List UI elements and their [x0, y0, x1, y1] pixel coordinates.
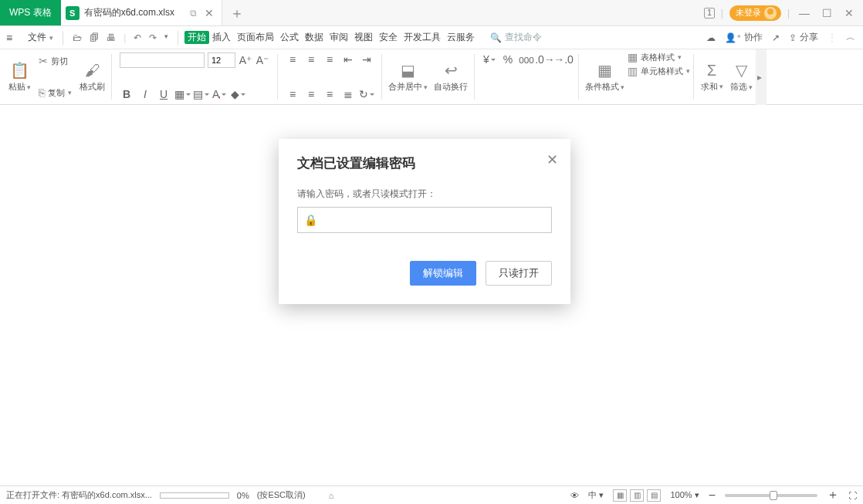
readonly-open-button[interactable]: 只读打开: [486, 261, 552, 286]
cut-button[interactable]: ✂剪切: [39, 52, 72, 69]
app-brand: WPS 表格: [0, 0, 61, 25]
dialog-title: 文档已设置编辑密码: [297, 154, 552, 172]
share-button[interactable]: ⇪分享: [789, 31, 818, 44]
dialog-close-button[interactable]: ✕: [547, 151, 558, 168]
justify-icon[interactable]: ≣: [341, 87, 355, 101]
undo-icon[interactable]: ↶: [134, 32, 141, 43]
record-icon[interactable]: ⌂: [329, 491, 334, 500]
lock-icon: 🔒: [304, 214, 317, 226]
paste-button[interactable]: 📋粘贴▾: [5, 49, 34, 104]
font-color-button[interactable]: A: [212, 87, 226, 101]
cloud-sync-icon[interactable]: ☁: [706, 32, 716, 43]
view-page-icon[interactable]: ▥: [630, 489, 644, 502]
align-middle-icon[interactable]: ≡: [304, 52, 318, 66]
zoom-in-button[interactable]: ＋: [827, 487, 839, 503]
tab-data[interactable]: 数据: [302, 31, 327, 44]
ribbon-expand-icon[interactable]: ▸: [756, 49, 767, 105]
zoom-out-button[interactable]: −: [709, 489, 716, 502]
fullscreen-icon[interactable]: ⛶: [848, 491, 857, 500]
zoom-slider[interactable]: [725, 494, 817, 497]
spreadsheet-icon: S: [66, 6, 80, 20]
percent-button[interactable]: %: [501, 52, 515, 66]
zoom-percent[interactable]: 100% ▾: [670, 490, 699, 500]
esc-hint: (按ESC取消): [257, 489, 306, 501]
close-window-button[interactable]: ✕: [841, 7, 857, 19]
table-style-button[interactable]: ▦表格样式▾: [628, 51, 690, 63]
cell-fill-button[interactable]: ▤: [194, 87, 208, 101]
open-icon[interactable]: 🗁: [73, 32, 82, 43]
indent-right-icon[interactable]: ⇥: [360, 52, 374, 66]
increase-font-icon[interactable]: A⁺: [239, 53, 252, 67]
ribbon-tabs: 开始 插入 页面布局 公式 数据 审阅 视图 安全 开发工具 云服务: [184, 31, 478, 44]
hamburger-icon[interactable]: ≡: [0, 32, 19, 44]
cell-style-button[interactable]: ▥单元格样式▾: [628, 65, 690, 77]
conditional-format-button[interactable]: ▦条件格式▾: [582, 49, 628, 104]
tab-start[interactable]: 开始: [184, 31, 209, 44]
minimize-button[interactable]: —: [796, 7, 813, 19]
align-right-icon[interactable]: ≡: [323, 87, 337, 101]
password-field-wrapper: 🔒: [297, 207, 552, 233]
progress-percent: 0%: [237, 491, 249, 500]
highlight-button[interactable]: ◆: [231, 87, 245, 101]
tab-layout[interactable]: 页面布局: [234, 31, 277, 44]
tab-review[interactable]: 审阅: [327, 31, 351, 44]
eye-icon[interactable]: 👁: [570, 491, 579, 500]
view-break-icon[interactable]: ▤: [647, 489, 661, 502]
avatar-icon: [764, 7, 777, 19]
ime-icon[interactable]: 中 ▾: [588, 489, 604, 501]
bold-button[interactable]: B: [120, 87, 134, 101]
tab-formula[interactable]: 公式: [277, 31, 302, 44]
file-menu[interactable]: 文件▾: [25, 31, 56, 44]
align-left-icon[interactable]: ≡: [286, 87, 300, 101]
format-painter-button[interactable]: 🖌格式刷: [76, 49, 108, 104]
align-center-icon[interactable]: ≡: [304, 87, 318, 101]
view-normal-icon[interactable]: ▦: [613, 489, 627, 502]
workspace: ✕ 文档已设置编辑密码 请输入密码，或者只读模式打开： 🔒 解锁编辑 只读打开: [0, 105, 863, 485]
unlock-edit-button[interactable]: 解锁编辑: [410, 261, 476, 286]
redo-icon[interactable]: ↷: [149, 32, 157, 43]
collapse-ribbon-icon[interactable]: ︿: [846, 31, 855, 44]
tab-view[interactable]: 视图: [351, 31, 376, 44]
maximize-button[interactable]: ☐: [819, 7, 835, 19]
align-top-icon[interactable]: ≡: [286, 52, 300, 66]
indent-left-icon[interactable]: ⇤: [341, 52, 355, 66]
tab-dev[interactable]: 开发工具: [401, 31, 444, 44]
document-tab-name: 有密码的x6d.com.xlsx: [84, 6, 174, 19]
italic-button[interactable]: I: [138, 87, 152, 101]
tab-security[interactable]: 安全: [376, 31, 401, 44]
wrap-text-button[interactable]: ↩自动换行: [431, 49, 471, 104]
pin-icon[interactable]: ⧉: [190, 8, 197, 19]
collab-button[interactable]: 👤⁺协作: [725, 31, 763, 44]
filter-button[interactable]: ▽筛选▾: [726, 49, 756, 104]
copy-button[interactable]: ⎘复制▾: [39, 84, 72, 101]
sum-button[interactable]: Σ求和▾: [697, 49, 726, 104]
comma-button[interactable]: 000: [519, 52, 533, 66]
font-size-input[interactable]: [208, 52, 235, 68]
print-icon[interactable]: 🖶: [107, 32, 116, 43]
font-family-input[interactable]: [120, 52, 205, 68]
currency-button[interactable]: ¥: [482, 52, 496, 66]
tab-cloud[interactable]: 云服务: [444, 31, 478, 44]
inc-decimal-icon[interactable]: .0→: [538, 52, 552, 66]
qa-more-icon[interactable]: ▾: [164, 32, 168, 43]
command-search[interactable]: 🔍 查找命令: [490, 31, 542, 44]
dec-decimal-icon[interactable]: →.0: [557, 52, 570, 66]
orientation-icon[interactable]: ↻: [360, 87, 374, 101]
borders-button[interactable]: ▦: [175, 87, 189, 101]
title-bar: WPS 表格 S 有密码的x6d.com.xlsx ⧉ ✕ ＋ 1 | 未登录 …: [0, 0, 863, 26]
save-icon[interactable]: 🗐: [90, 32, 99, 43]
status-opening-label: 正在打开文件: 有密码的x6d.com.xlsx...: [6, 489, 152, 501]
password-input[interactable]: [322, 208, 545, 232]
underline-button[interactable]: U: [157, 87, 171, 101]
decrease-font-icon[interactable]: A⁻: [256, 53, 269, 67]
merge-center-button[interactable]: ⬓合并居中▾: [385, 49, 431, 104]
login-button[interactable]: 未登录: [729, 5, 781, 21]
status-bar: 正在打开文件: 有密码的x6d.com.xlsx... 0% (按ESC取消) …: [0, 485, 863, 504]
document-tab[interactable]: S 有密码的x6d.com.xlsx ⧉ ✕: [61, 0, 222, 25]
close-tab-icon[interactable]: ✕: [205, 7, 214, 19]
new-tab-button[interactable]: ＋: [222, 0, 252, 25]
tab-insert[interactable]: 插入: [209, 31, 234, 44]
window-count-badge[interactable]: 1: [704, 8, 715, 19]
align-bottom-icon[interactable]: ≡: [323, 52, 337, 66]
message-icon[interactable]: ↗: [772, 32, 780, 43]
